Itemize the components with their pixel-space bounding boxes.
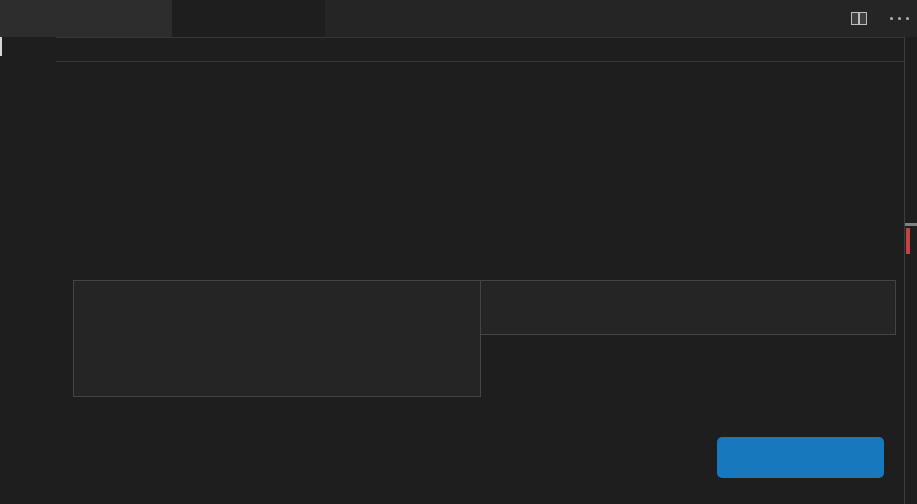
code-editor[interactable] <box>0 37 917 504</box>
more-actions-icon[interactable] <box>885 17 909 21</box>
suggest-docs-tooltip <box>480 280 896 335</box>
tab-helloworld-ts[interactable] <box>0 0 172 37</box>
split-editor-icon[interactable] <box>851 12 867 25</box>
overview-ruler-divider <box>904 37 905 504</box>
add-configuration-button[interactable] <box>717 437 884 478</box>
intellisense-suggest-widget <box>73 280 481 397</box>
overview-ruler-error-marker <box>906 228 910 254</box>
overview-ruler-cursor-marker[interactable] <box>905 223 917 226</box>
current-line-highlight <box>56 37 904 62</box>
tab-launch-json[interactable] <box>172 0 325 37</box>
vscode-editor-window <box>0 0 917 504</box>
editor-tab-bar <box>0 0 917 37</box>
text-cursor <box>0 37 2 56</box>
editor-actions <box>851 0 917 37</box>
